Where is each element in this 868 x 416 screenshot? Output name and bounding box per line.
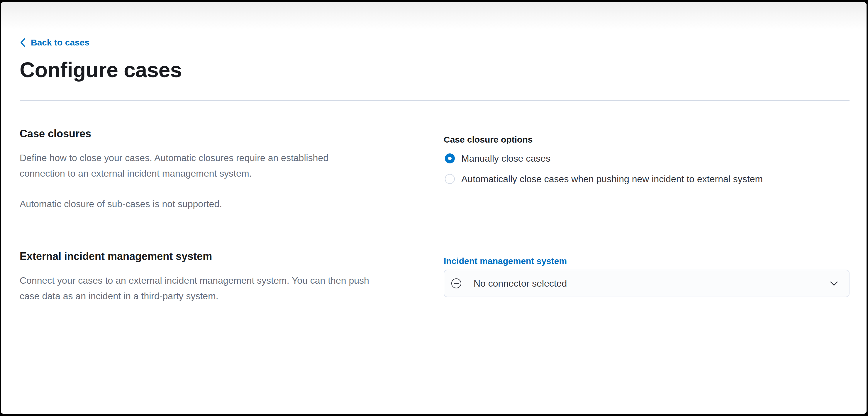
connector-select[interactable]: No connector selected	[444, 270, 849, 297]
external-system-description-column: External incident management system Conn…	[20, 250, 423, 304]
connector-select-value: No connector selected	[473, 278, 567, 289]
chevron-left-icon	[20, 37, 26, 48]
case-closures-description-column: Case closures Define how to close your c…	[20, 127, 423, 212]
description-line: Connect your cases to an external incide…	[20, 273, 423, 288]
configure-cases-page: Back to cases Configure cases Case closu…	[1, 2, 867, 304]
case-closures-description: Define how to close your cases. Automati…	[20, 150, 423, 181]
incident-management-system-label: Incident management system	[444, 256, 849, 267]
minus-in-circle-icon	[451, 278, 461, 288]
description-line: connection to an external incident manag…	[20, 166, 423, 181]
radio-automatically-close-cases[interactable]: Automatically close cases when pushing n…	[444, 169, 849, 189]
case-closure-options-column: Case closure options Manually close case…	[444, 127, 849, 212]
chevron-down-icon	[830, 279, 838, 288]
back-to-cases-link[interactable]: Back to cases	[20, 37, 89, 48]
radio-label: Automatically close cases when pushing n…	[461, 174, 763, 184]
back-link-label: Back to cases	[31, 37, 89, 48]
description-line: Define how to close your cases. Automati…	[20, 150, 423, 166]
radio-label: Manually close cases	[461, 153, 550, 164]
case-closures-heading: Case closures	[20, 127, 423, 140]
case-closure-radio-group: Manually close cases Automatically close…	[444, 148, 849, 189]
radio-manually-close-cases[interactable]: Manually close cases	[444, 148, 849, 169]
sub-cases-note: Automatic closure of sub-cases is not su…	[20, 196, 423, 212]
external-system-description: Connect your cases to an external incide…	[20, 273, 423, 304]
radio-unselected-icon[interactable]	[445, 174, 455, 184]
description-line: case data as an incident in a third-part…	[20, 288, 423, 304]
page-title: Configure cases	[20, 56, 849, 83]
external-system-section: External incident management system Conn…	[20, 250, 849, 304]
external-system-heading: External incident management system	[20, 250, 423, 263]
case-closures-section: Case closures Define how to close your c…	[20, 127, 849, 212]
radio-selected-icon[interactable]	[445, 153, 455, 164]
case-closure-options-label: Case closure options	[444, 134, 849, 145]
incident-management-system-column: Incident management system No connector …	[444, 250, 849, 304]
app-window: Back to cases Configure cases Case closu…	[1, 2, 867, 414]
header-divider	[20, 100, 849, 101]
